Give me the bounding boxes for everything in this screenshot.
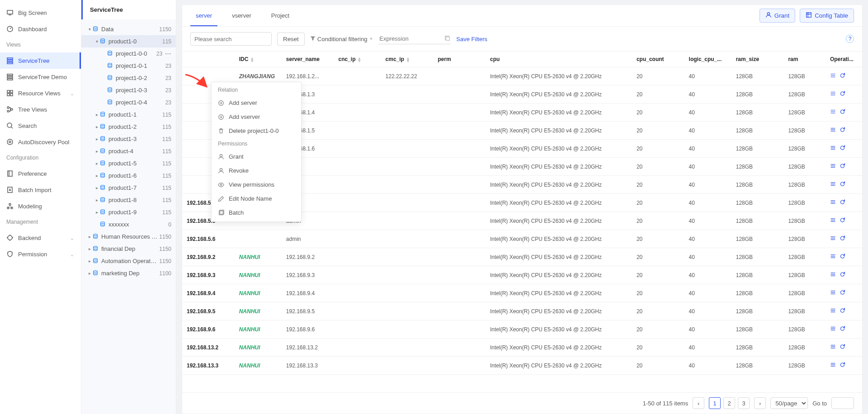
goto-input[interactable] xyxy=(831,397,854,409)
tree-node[interactable]: project1-0-2 23 xyxy=(81,72,176,84)
table-row[interactable]: 192.168.9.2 NANHUI 192.168.9.2 Intel(R) … xyxy=(182,248,862,266)
ctx-edit-node-name[interactable]: Edit Node Name xyxy=(212,192,301,206)
refresh-icon[interactable] xyxy=(840,72,845,79)
list-icon[interactable] xyxy=(830,144,836,151)
refresh-icon[interactable] xyxy=(840,144,845,151)
search-box[interactable] xyxy=(190,32,272,46)
ctx-revoke[interactable]: Revoke xyxy=(212,164,301,178)
sort-icon[interactable]: ▲▼ xyxy=(358,57,362,62)
list-icon[interactable] xyxy=(830,216,836,224)
save-filters-link[interactable]: Save Filters xyxy=(456,36,487,42)
page-size-select[interactable]: 50/page xyxy=(770,397,808,409)
table-row[interactable]: 192.168.9.6 NANHUI 192.168.9.6 Intel(R) … xyxy=(182,320,862,339)
nav-servicetree[interactable]: ServiceTree xyxy=(0,52,81,69)
list-icon[interactable] xyxy=(830,307,836,314)
help-icon[interactable]: ? xyxy=(846,35,854,43)
tab-vserver[interactable]: vserver xyxy=(226,5,257,26)
refresh-icon[interactable] xyxy=(840,307,845,314)
list-icon[interactable] xyxy=(830,361,836,368)
tree-toggle-icon[interactable]: ▾ xyxy=(94,39,99,44)
pager-page[interactable]: 2 xyxy=(723,397,735,409)
tree-toggle-icon[interactable]: ▸ xyxy=(94,161,99,166)
tree-toggle-icon[interactable]: ▸ xyxy=(94,210,99,215)
refresh-icon[interactable] xyxy=(840,271,845,278)
refresh-icon[interactable] xyxy=(840,325,845,332)
refresh-icon[interactable] xyxy=(840,343,845,350)
refresh-icon[interactable] xyxy=(840,235,845,242)
ctx-batch[interactable]: Batch xyxy=(212,206,301,220)
col-cnc_ip[interactable]: cnc_ip▲▼ xyxy=(334,52,381,67)
tree-toggle-icon[interactable]: ▸ xyxy=(87,259,92,263)
tree-node[interactable]: ▸ product1-2 115 xyxy=(81,121,176,133)
refresh-icon[interactable] xyxy=(840,162,845,169)
grant-button[interactable]: Grant xyxy=(760,9,795,23)
sort-icon[interactable]: ▲▼ xyxy=(406,57,410,62)
list-icon[interactable] xyxy=(830,289,836,296)
tree-node[interactable]: project1-0-1 23 xyxy=(81,60,176,72)
tree-toggle-icon[interactable]: ▸ xyxy=(94,173,99,178)
col-ram[interactable]: ram xyxy=(783,52,826,67)
table-row[interactable]: 192.168.9.5 NANHUI 192.168.9.5 Intel(R) … xyxy=(182,302,862,320)
conditional-filter[interactable]: Conditional filtering ▼ xyxy=(310,36,373,42)
tree-toggle-icon[interactable]: ▸ xyxy=(87,234,92,239)
tree-node[interactable]: ▸ product1-3 115 xyxy=(81,133,176,145)
tree-node[interactable]: ▸ financial Dep 1150 xyxy=(81,243,176,255)
tree-toggle-icon[interactable]: ▸ xyxy=(87,271,92,276)
pager-page[interactable]: 1 xyxy=(709,397,721,409)
pager-prev[interactable]: ‹ xyxy=(693,397,704,409)
nav-modeling[interactable]: Modeling xyxy=(0,198,81,214)
col-cmc_ip[interactable]: cmc_ip▲▼ xyxy=(381,52,434,67)
table-row[interactable]: 192.168.13.2 NANHUI 192.168.13.2 Intel(R… xyxy=(182,339,862,357)
more-icon[interactable]: ··· xyxy=(165,50,171,57)
col-cpu_count[interactable]: cpu_count xyxy=(632,52,684,67)
refresh-icon[interactable] xyxy=(840,90,845,97)
nav-backend[interactable]: Backend ⌄ xyxy=(0,230,81,246)
tree-node[interactable]: ▸ marketing Dep 1100 xyxy=(81,267,176,279)
nav-big-screen[interactable]: Big Screen xyxy=(0,5,81,21)
refresh-icon[interactable] xyxy=(840,216,845,224)
tree-node[interactable]: ▾ product1-0 115 xyxy=(81,35,176,47)
reset-button[interactable]: Reset xyxy=(277,33,305,46)
ctx-add-server[interactable]: Add server xyxy=(212,96,301,110)
table-row[interactable]: 192.168.9.4 NANHUI 192.168.9.4 Intel(R) … xyxy=(182,284,862,302)
tab-server[interactable]: server xyxy=(190,5,217,26)
list-icon[interactable] xyxy=(830,253,836,260)
nav-permission[interactable]: Permission ⌄ xyxy=(0,246,81,262)
col-perm[interactable]: perm xyxy=(433,52,486,67)
tree-node[interactable]: ▾ Data 1150 xyxy=(81,23,176,35)
list-icon[interactable] xyxy=(830,72,836,79)
tree-toggle-icon[interactable]: ▸ xyxy=(94,198,99,202)
nav-tree-views[interactable]: Tree Views xyxy=(0,101,81,118)
list-icon[interactable] xyxy=(830,198,836,206)
nav-servicetree-demo[interactable]: ServiceTree Demo xyxy=(0,69,81,85)
tree-toggle-icon[interactable]: ▸ xyxy=(87,246,92,251)
ctx-add-vserver[interactable]: Add vserver xyxy=(212,110,301,124)
nav-search[interactable]: Search xyxy=(0,118,81,134)
nav-autodiscovery-pool[interactable]: AutoDiscovery Pool xyxy=(0,134,81,150)
col-idc[interactable]: IDC▲▼ xyxy=(235,52,282,67)
refresh-icon[interactable] xyxy=(840,180,845,188)
col-server_name[interactable]: server_name xyxy=(282,52,334,67)
list-icon[interactable] xyxy=(830,325,836,332)
tab-Project[interactable]: Project xyxy=(266,5,295,26)
tree-node[interactable]: ▸ product1-9 115 xyxy=(81,206,176,218)
tree-node[interactable]: ▸ product1-1 115 xyxy=(81,108,176,121)
list-icon[interactable] xyxy=(830,271,836,278)
tree-node[interactable]: ▸ product-4 115 xyxy=(81,145,176,157)
list-icon[interactable] xyxy=(830,235,836,242)
col-ram_size[interactable]: ram_size xyxy=(731,52,784,67)
ctx-grant[interactable]: Grant xyxy=(212,150,301,164)
tree-toggle-icon[interactable]: ▸ xyxy=(94,124,99,129)
pager-next[interactable]: › xyxy=(754,397,766,409)
tree-node[interactable]: project1-0-3 23 xyxy=(81,84,176,96)
refresh-icon[interactable] xyxy=(840,108,845,115)
ctx-delete-project1-0-0[interactable]: Delete project1-0-0 xyxy=(212,124,301,138)
tree-toggle-icon[interactable]: ▸ xyxy=(94,185,99,190)
tree-toggle-icon[interactable]: ▸ xyxy=(94,149,99,154)
refresh-icon[interactable] xyxy=(840,361,845,368)
ctx-view-permissions[interactable]: View permissions xyxy=(212,178,301,192)
col-private_ip[interactable] xyxy=(182,52,235,67)
col-logic_cpu[interactable]: logic_cpu_... xyxy=(684,52,731,67)
nav-dashboard[interactable]: Dashboard xyxy=(0,21,81,37)
col-op[interactable]: Operati... xyxy=(826,52,862,67)
